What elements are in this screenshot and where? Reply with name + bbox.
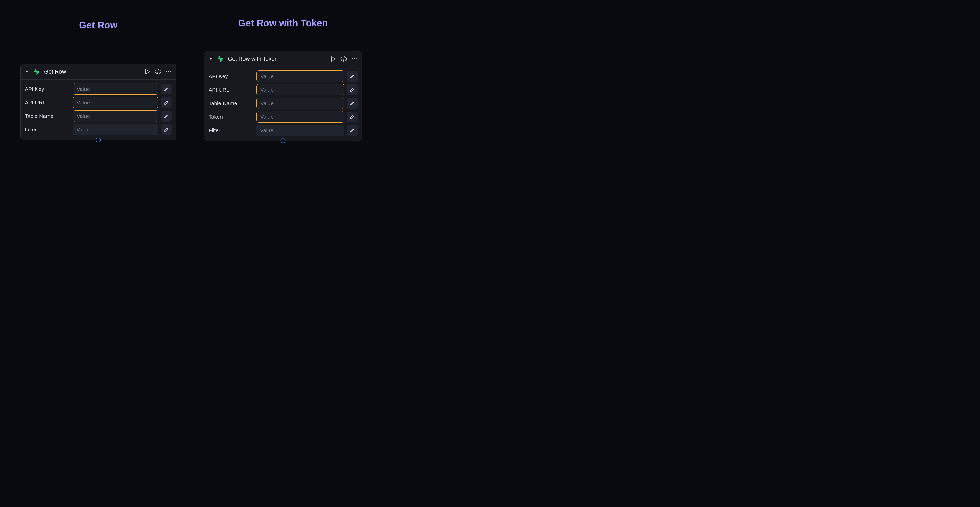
edit-button[interactable] <box>347 84 358 95</box>
edit-button[interactable] <box>347 125 358 136</box>
field-row-token: Token Value <box>208 111 358 123</box>
field-row-api-url: API URL Value <box>25 97 172 108</box>
filter-input[interactable]: Value <box>73 124 159 135</box>
column-title-get-row: Get Row <box>79 20 118 30</box>
node-title: Get Row <box>44 69 143 75</box>
node-header: Get Row <box>21 64 176 80</box>
edit-button[interactable] <box>161 124 172 135</box>
supabase-icon <box>32 68 41 76</box>
field-row-table-name: Table Name Value <box>208 97 358 109</box>
play-icon[interactable] <box>145 69 150 74</box>
field-row-table-name: Table Name Value <box>25 110 172 122</box>
table-name-input[interactable]: Value <box>73 110 159 122</box>
node-get-row: Get Row <box>21 64 176 140</box>
supabase-icon <box>216 55 224 63</box>
field-label: Filter <box>25 127 70 133</box>
edit-button[interactable] <box>347 71 358 82</box>
api-key-input[interactable]: Value <box>256 70 344 82</box>
more-icon[interactable] <box>352 58 357 60</box>
field-label: API Key <box>25 86 70 92</box>
filter-input[interactable]: Value <box>256 124 344 136</box>
field-label: Table Name <box>208 100 254 107</box>
field-label: API URL <box>208 87 254 93</box>
output-port[interactable] <box>96 138 101 142</box>
edit-button[interactable] <box>347 112 358 122</box>
header-actions <box>145 69 171 74</box>
code-icon[interactable] <box>340 56 347 62</box>
more-icon[interactable] <box>166 71 171 73</box>
field-row-api-key: API Key Value <box>25 83 172 95</box>
node-title: Get Row with Token <box>228 56 329 62</box>
field-label: Filter <box>208 128 254 134</box>
caret-down-icon[interactable] <box>23 68 30 75</box>
edit-button[interactable] <box>347 98 358 109</box>
field-row-api-url: API URL Value <box>208 84 358 96</box>
code-icon[interactable] <box>154 69 162 74</box>
header-actions <box>331 56 357 62</box>
field-label: Table Name <box>25 113 70 119</box>
edit-button[interactable] <box>161 111 172 121</box>
api-key-input[interactable]: Value <box>73 83 159 95</box>
api-url-input[interactable]: Value <box>256 84 344 96</box>
token-input[interactable]: Value <box>256 111 344 123</box>
api-url-input[interactable]: Value <box>73 97 159 108</box>
field-row-filter: Filter Value <box>25 124 172 135</box>
edit-button[interactable] <box>161 84 172 94</box>
edit-button[interactable] <box>161 97 172 108</box>
field-row-api-key: API Key Value <box>208 70 358 82</box>
column-title-get-row-token: Get Row with Token <box>239 18 328 29</box>
table-name-input[interactable]: Value <box>256 97 344 109</box>
field-label: Token <box>208 114 254 120</box>
field-label: API Key <box>208 73 254 80</box>
node-header: Get Row with Token <box>204 51 362 67</box>
node-body: API Key Value API URL Value Table Na <box>21 80 176 140</box>
node-body: API Key Value API URL Value Table Na <box>204 67 362 141</box>
play-icon[interactable] <box>331 56 336 62</box>
caret-down-icon[interactable] <box>207 56 214 62</box>
field-label: API URL <box>25 100 70 106</box>
field-row-filter: Filter Value <box>208 124 358 136</box>
node-get-row-with-token: Get Row with Token <box>204 51 362 141</box>
output-port[interactable] <box>281 139 286 143</box>
